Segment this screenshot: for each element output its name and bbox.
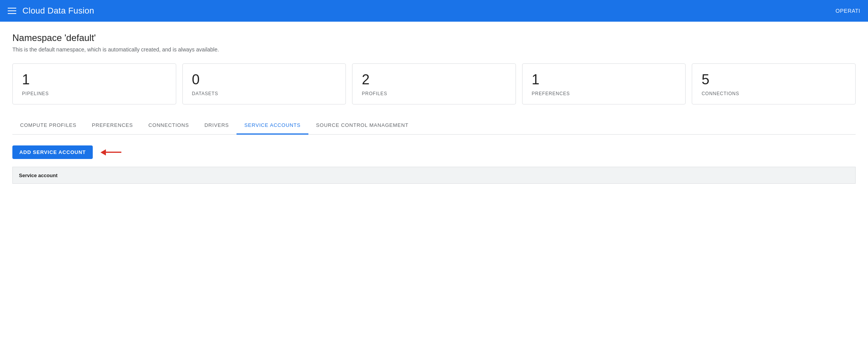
stat-card-preferences[interactable]: 1 PREFERENCES — [522, 63, 686, 104]
table-header: Service account — [12, 167, 856, 184]
stat-number: 1 — [22, 72, 167, 88]
tab-service-accounts[interactable]: SERVICE ACCOUNTS — [237, 117, 308, 135]
arrow-shaft — [106, 152, 121, 153]
stat-card-pipelines[interactable]: 1 PIPELINES — [12, 63, 176, 104]
stat-label: CONNECTIONS — [701, 91, 846, 96]
page-description: This is the default namespace, which is … — [12, 46, 856, 53]
main-content: Namespace 'default' This is the default … — [0, 22, 868, 352]
stat-card-connections[interactable]: 5 CONNECTIONS — [692, 63, 856, 104]
stat-label: DATASETS — [192, 91, 337, 96]
app-title: Cloud Data Fusion — [22, 6, 94, 16]
menu-icon[interactable] — [8, 8, 16, 14]
header-right-text: OPERATI — [836, 8, 860, 14]
add-button-row: ADD SERVICE ACCOUNT — [12, 145, 856, 159]
stat-label: PREFERENCES — [532, 91, 676, 96]
tab-compute-profiles[interactable]: COMPUTE PROFILES — [12, 117, 84, 135]
arrow-indicator — [100, 149, 121, 155]
stat-card-datasets[interactable]: 0 DATASETS — [182, 63, 346, 104]
stat-number: 0 — [192, 72, 337, 88]
tabs-nav: COMPUTE PROFILESPREFERENCESCONNECTIONSDR… — [12, 117, 856, 135]
stat-number: 5 — [701, 72, 846, 88]
arrow-head — [100, 149, 106, 155]
page-title: Namespace 'default' — [12, 32, 856, 43]
stats-row: 1 PIPELINES 0 DATASETS 2 PROFILES 1 PREF… — [12, 63, 856, 104]
tab-source-control-management[interactable]: SOURCE CONTROL MANAGEMENT — [308, 117, 416, 135]
tab-connections[interactable]: CONNECTIONS — [141, 117, 197, 135]
table-header-label: Service account — [19, 173, 58, 178]
app-header: Cloud Data Fusion OPERATI — [0, 0, 868, 22]
tab-drivers[interactable]: DRIVERS — [197, 117, 237, 135]
tab-preferences[interactable]: PREFERENCES — [84, 117, 141, 135]
stat-label: PROFILES — [362, 91, 506, 96]
add-service-account-button[interactable]: ADD SERVICE ACCOUNT — [12, 145, 93, 159]
stat-label: PIPELINES — [22, 91, 167, 96]
stat-card-profiles[interactable]: 2 PROFILES — [352, 63, 516, 104]
stat-number: 2 — [362, 72, 506, 88]
content-area: ADD SERVICE ACCOUNT Service account — [12, 144, 856, 184]
stat-number: 1 — [532, 72, 676, 88]
